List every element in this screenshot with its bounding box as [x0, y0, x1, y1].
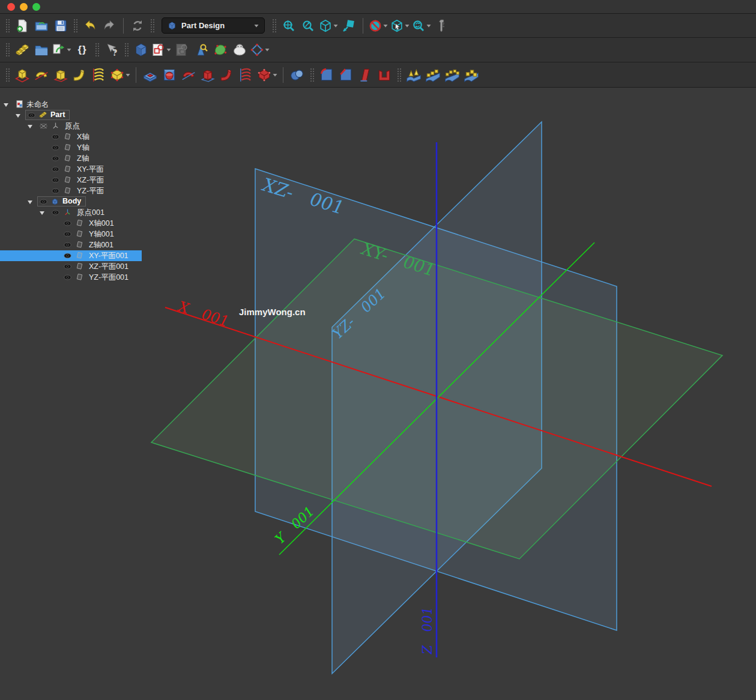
expand-arrow-icon[interactable] — [28, 201, 32, 204]
redo-button[interactable] — [100, 16, 118, 35]
selection-view-button[interactable] — [390, 16, 410, 35]
hole-button[interactable] — [160, 65, 178, 85]
create-body-button[interactable] — [132, 40, 150, 59]
tree-row-z-axis[interactable]: Z轴 — [0, 153, 142, 164]
additive-helix-button[interactable] — [90, 65, 108, 85]
tree-row-part[interactable]: Part — [0, 110, 142, 121]
edit-sketch-button[interactable] — [173, 40, 191, 59]
subtractive-pipe-button[interactable] — [218, 65, 236, 85]
visibility-eye-icon[interactable] — [64, 264, 71, 270]
fillet-button[interactable] — [318, 65, 336, 85]
linear-pattern-button[interactable] — [424, 65, 442, 85]
visibility-eye-icon[interactable] — [52, 166, 59, 172]
pad-button[interactable] — [13, 65, 31, 85]
toolbar-drag-handle[interactable] — [5, 19, 10, 33]
expand-arrow-icon[interactable] — [40, 211, 44, 215]
workbench-selector[interactable]: Part Design — [162, 17, 265, 34]
visibility-eye-icon[interactable] — [64, 242, 71, 248]
chamfer-button[interactable] — [337, 65, 355, 85]
create-datum-button[interactable] — [250, 40, 270, 59]
expression-editor-button[interactable]: {} — [73, 40, 91, 59]
visibility-eye-icon[interactable] — [52, 145, 59, 151]
expand-arrow-icon[interactable] — [16, 114, 20, 118]
visibility-eye-icon[interactable] — [52, 177, 59, 183]
draw-style-button[interactable] — [368, 16, 389, 35]
visibility-eye-icon[interactable] — [64, 220, 71, 226]
refresh-button[interactable] — [129, 16, 147, 35]
tree-row-origin[interactable]: 原点 — [0, 121, 142, 131]
tree-row-xz-plane001[interactable]: XZ-平面001 — [0, 261, 142, 272]
fit-selection-button[interactable] — [299, 16, 317, 35]
groove-button[interactable] — [180, 65, 198, 85]
tree-row-body[interactable]: Body — [0, 196, 142, 207]
create-part-button[interactable] — [13, 40, 31, 59]
visibility-eye-icon[interactable] — [28, 112, 35, 118]
make-link-button[interactable] — [52, 40, 72, 59]
subtractive-primitive-button[interactable] — [256, 65, 278, 85]
toolbar-drag-handle[interactable] — [397, 68, 401, 82]
new-document-button[interactable] — [13, 16, 31, 35]
toolbar-drag-handle[interactable] — [150, 19, 154, 33]
tree-row-yz-plane001[interactable]: YZ-平面001 — [0, 272, 142, 283]
visibility-eye-hidden-icon[interactable] — [40, 123, 47, 129]
additive-pipe-button[interactable] — [71, 65, 89, 85]
pocket-button[interactable] — [141, 65, 159, 85]
toolbar-drag-handle[interactable] — [5, 43, 10, 57]
undo-button[interactable] — [81, 16, 99, 35]
create-group-button[interactable] — [32, 40, 50, 59]
tree-row-document-root[interactable]: 未命名 — [0, 99, 142, 110]
visibility-eye-icon[interactable] — [64, 231, 71, 237]
tree-row-xz-plane[interactable]: XZ-平面 — [0, 175, 142, 186]
tree-row-xy-plane001[interactable]: XY-平面001 — [0, 250, 142, 261]
visibility-eye-icon[interactable] — [64, 253, 71, 259]
expand-arrow-icon[interactable] — [28, 125, 32, 128]
toolbar-drag-handle[interactable] — [95, 43, 99, 57]
toolbar-drag-handle[interactable] — [124, 43, 129, 57]
multitransform-button[interactable] — [462, 65, 480, 85]
tree-row-x-axis[interactable]: X轴 — [0, 131, 142, 142]
visibility-eye-icon[interactable] — [40, 199, 47, 205]
validate-sketch-button[interactable] — [211, 40, 229, 59]
visibility-eye-icon[interactable] — [52, 188, 59, 194]
tree-row-y-axis[interactable]: Y轴 — [0, 142, 142, 153]
zoom-window-button[interactable] — [32, 3, 40, 11]
align-to-selection-button[interactable] — [340, 16, 358, 35]
boolean-operation-button[interactable] — [288, 65, 306, 85]
thickness-button[interactable] — [375, 65, 393, 85]
isometric-view-button[interactable] — [318, 16, 339, 35]
tree-row-origin001[interactable]: 原点001 — [0, 207, 142, 218]
close-window-button[interactable] — [7, 3, 15, 11]
subtractive-loft-button[interactable] — [199, 65, 217, 85]
additive-primitive-button[interactable] — [109, 65, 131, 85]
visibility-eye-icon[interactable] — [64, 274, 71, 280]
toolbar-drag-handle[interactable] — [272, 19, 276, 33]
measure-button[interactable] — [433, 16, 451, 35]
draft-button[interactable] — [356, 65, 374, 85]
visibility-eye-icon[interactable] — [52, 134, 59, 140]
minimize-window-button[interactable] — [20, 3, 28, 11]
expand-arrow-icon[interactable] — [4, 103, 8, 107]
visibility-eye-icon[interactable] — [52, 210, 59, 216]
tree-row-z-axis001[interactable]: Z轴001 — [0, 240, 142, 250]
save-document-button[interactable] — [52, 16, 70, 35]
subtractive-helix-button[interactable] — [237, 65, 255, 85]
revolution-button[interactable] — [32, 65, 50, 85]
tree-row-yz-plane[interactable]: YZ-平面 — [0, 186, 142, 196]
toolbar-drag-handle[interactable] — [5, 68, 10, 82]
visibility-eye-icon[interactable] — [52, 155, 59, 161]
tree-row-xy-plane[interactable]: XY-平面 — [0, 164, 142, 175]
tree-row-x-axis001[interactable]: X轴001 — [0, 218, 142, 229]
whats-this-button[interactable]: ? — [103, 40, 121, 59]
tree-row-y-axis001[interactable]: Y轴001 — [0, 229, 142, 240]
map-sketch-button[interactable] — [192, 40, 210, 59]
polar-pattern-button[interactable] — [443, 65, 461, 85]
toolbar-drag-handle[interactable] — [310, 68, 314, 82]
open-document-button[interactable] — [32, 16, 50, 35]
additive-loft-button[interactable] — [52, 65, 70, 85]
create-sketch-button[interactable] — [151, 40, 172, 59]
zoom-tools-button[interactable] — [411, 16, 432, 35]
mirrored-button[interactable] — [405, 65, 423, 85]
carbon-copy-button[interactable] — [231, 40, 249, 59]
toolbar-drag-handle[interactable] — [73, 19, 77, 33]
fit-all-button[interactable] — [280, 16, 298, 35]
